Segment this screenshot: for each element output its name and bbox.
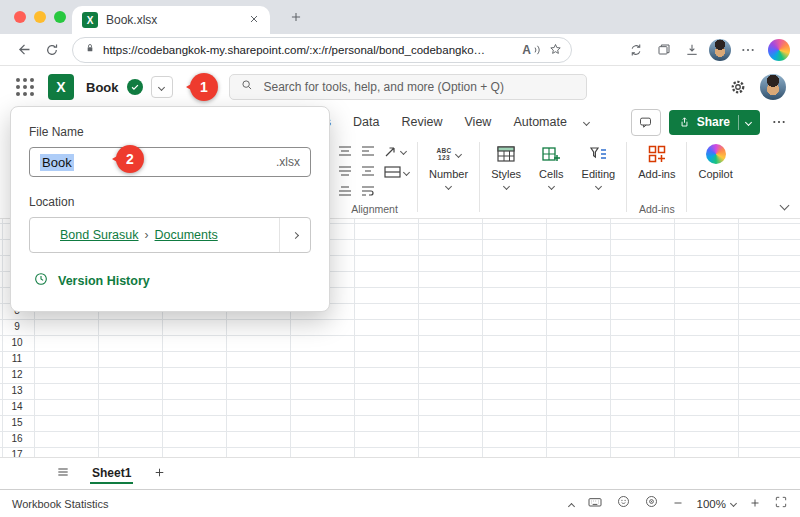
editing-icon	[589, 144, 607, 164]
url-text: https://codebangkok-my.sharepoint.com/:x…	[103, 44, 516, 56]
office-profile-avatar[interactable]	[760, 74, 786, 100]
location-box: Bond Surasuk › Documents	[29, 217, 311, 253]
browser-tab-title: Book.xlsx	[106, 13, 240, 27]
row-header[interactable]: 14	[0, 399, 34, 415]
file-name-input[interactable]: Book .xlsx	[29, 147, 311, 177]
location-separator: ›	[145, 228, 149, 242]
row-header[interactable]: 11	[0, 351, 34, 367]
copilot-icon	[706, 144, 726, 164]
file-name-dropdown-chevron[interactable]	[151, 76, 173, 98]
add-sheet-icon[interactable]	[153, 465, 166, 483]
edge-copilot-icon[interactable]	[768, 39, 790, 61]
number-format-button[interactable]: ABC 123 Number	[420, 136, 477, 218]
tab-review[interactable]: Review	[391, 115, 454, 129]
location-chevron-button[interactable]	[279, 218, 310, 252]
share-dropdown-chevron[interactable]	[738, 115, 751, 130]
fullscreen-icon[interactable]	[774, 495, 788, 513]
copilot-group: Copilot	[689, 136, 741, 218]
browser-tab-strip: X Book.xlsx	[0, 0, 800, 34]
row-header[interactable]: 16	[0, 431, 34, 447]
version-history-button[interactable]: Version History	[29, 271, 311, 291]
accessibility-icon[interactable]	[644, 494, 659, 513]
merge-cells-icon[interactable]	[384, 165, 409, 179]
ribbon-collapse-chevron[interactable]	[780, 201, 790, 211]
sheet-menu-icon[interactable]	[56, 465, 70, 483]
tab-close-icon[interactable]	[248, 11, 260, 29]
zoom-out-icon[interactable]	[672, 497, 684, 511]
row-header[interactable]: 9	[0, 319, 34, 335]
editing-button[interactable]: Editing	[573, 136, 625, 218]
styles-button[interactable]: Styles	[482, 136, 530, 218]
tab-view[interactable]: View	[454, 115, 503, 129]
excel-logo[interactable]: X	[48, 74, 74, 100]
styles-icon	[497, 144, 515, 164]
ribbon-right-actions: Share	[631, 109, 790, 136]
sync-icon[interactable]	[622, 37, 650, 63]
styles-group: Styles	[482, 136, 530, 218]
zoom-level-dropdown[interactable]: 100%	[697, 498, 736, 510]
back-icon[interactable]	[10, 37, 38, 63]
align-bottom-icon[interactable]	[338, 185, 352, 198]
macos-zoom-button[interactable]	[54, 11, 66, 23]
browser-more-icon[interactable]	[734, 37, 762, 63]
share-label: Share	[697, 115, 730, 129]
sheet-tab-sheet1[interactable]: Sheet1	[90, 464, 133, 484]
search-input[interactable]	[262, 79, 576, 95]
browser-tab[interactable]: X Book.xlsx	[72, 6, 270, 34]
status-options-chevron[interactable]	[569, 495, 574, 513]
excel-header: X Book	[0, 66, 800, 108]
browser-profile-avatar[interactable]	[709, 39, 731, 61]
clock-icon	[33, 271, 49, 291]
workbook-statistics-button[interactable]: Workbook Statistics	[12, 498, 108, 510]
ribbon-more-icon[interactable]	[768, 110, 790, 134]
settings-gear-icon[interactable]	[724, 74, 752, 100]
new-tab-button[interactable]	[284, 5, 308, 29]
saved-status-icon[interactable]	[127, 79, 143, 95]
app-launcher-icon[interactable]	[16, 78, 34, 96]
addins-icon	[648, 144, 666, 164]
browser-window: X Book.xlsx https://codebangkok-my.share…	[0, 0, 800, 517]
row-header[interactable]: 10	[0, 335, 34, 351]
macos-close-button[interactable]	[14, 11, 26, 23]
align-middle-icon[interactable]	[338, 165, 352, 178]
refresh-icon[interactable]	[38, 37, 66, 63]
workbook-name[interactable]: Book	[86, 80, 119, 95]
share-button[interactable]: Share	[669, 110, 760, 135]
search-box[interactable]	[229, 74, 587, 100]
cells-group: Cells	[530, 136, 572, 218]
downloads-icon[interactable]	[678, 37, 706, 63]
alignment-group: Alignment	[334, 136, 415, 218]
editing-group: Editing	[573, 136, 625, 218]
row-header[interactable]: 13	[0, 383, 34, 399]
orientation-icon[interactable]	[384, 145, 406, 158]
read-aloud-icon[interactable]: A	[522, 43, 542, 57]
row-header[interactable]: 15	[0, 415, 34, 431]
feedback-icon[interactable]	[616, 494, 631, 513]
location-link-documents[interactable]: Documents	[155, 228, 218, 242]
address-bar[interactable]: https://codebangkok-my.sharepoint.com/:x…	[72, 37, 572, 63]
tab-automate[interactable]: Automate	[502, 115, 578, 129]
location-link-folder[interactable]: Bond Surasuk	[60, 228, 139, 242]
sheet-tab-bar: Sheet1	[0, 457, 800, 489]
ribbon-mode-chevron[interactable]	[584, 120, 589, 125]
align-top-icon[interactable]	[338, 145, 352, 158]
tab-data[interactable]: Data	[342, 115, 390, 129]
align-left-icon[interactable]	[361, 145, 375, 158]
collections-icon[interactable]	[650, 37, 678, 63]
location-label: Location	[29, 195, 311, 209]
macos-minimize-button[interactable]	[34, 11, 46, 23]
comments-button[interactable]	[631, 109, 661, 136]
copilot-button[interactable]: Copilot	[689, 136, 741, 218]
keyboard-icon[interactable]	[587, 494, 603, 514]
add-favorite-icon[interactable]	[548, 42, 563, 57]
cells-button[interactable]: Cells	[530, 136, 572, 218]
row-header[interactable]: 12	[0, 367, 34, 383]
browser-navbar: https://codebangkok-my.sharepoint.com/:x…	[0, 34, 800, 66]
zoom-in-icon[interactable]	[749, 497, 761, 511]
file-name-selected-text: Book	[40, 154, 74, 171]
excel-favicon: X	[82, 12, 98, 28]
wrap-text-icon[interactable]	[361, 185, 375, 198]
align-center-icon[interactable]	[361, 165, 375, 178]
lock-icon[interactable]	[83, 41, 97, 59]
file-extension: .xlsx	[276, 155, 300, 169]
